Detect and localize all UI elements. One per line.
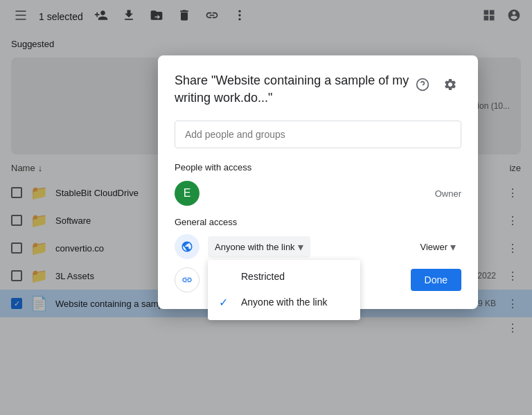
modal-header: Share "Website containing a sample of my… bbox=[175, 72, 461, 107]
access-dropdown[interactable]: Anyone with the link ▾ bbox=[208, 236, 310, 258]
check-icon: ✓ bbox=[219, 296, 233, 309]
viewer-dropdown[interactable]: Viewer ▾ bbox=[420, 240, 461, 254]
help-button[interactable] bbox=[411, 73, 434, 96]
dropdown-item-restricted-label: Restricted bbox=[241, 271, 285, 282]
modal-header-icons bbox=[411, 72, 461, 96]
modal-title: Share "Website containing a sample of my… bbox=[175, 72, 410, 107]
share-input-wrap[interactable] bbox=[175, 121, 461, 148]
settings-button[interactable] bbox=[439, 73, 461, 96]
avatar: E bbox=[175, 181, 200, 206]
dropdown-item-anyone[interactable]: ✓ Anyone with the link bbox=[208, 289, 360, 316]
dropdown-item-restricted[interactable]: Restricted bbox=[208, 264, 360, 289]
general-section-label: General access bbox=[175, 217, 461, 227]
globe-icon bbox=[175, 234, 200, 259]
access-dropdown-label: Anyone with the link bbox=[215, 242, 295, 252]
viewer-label: Viewer bbox=[420, 242, 447, 252]
person-row: E Owner bbox=[175, 181, 461, 206]
person-role: Owner bbox=[435, 188, 461, 199]
copy-link-button[interactable] bbox=[175, 267, 200, 292]
done-button[interactable]: Done bbox=[411, 269, 461, 291]
dropdown-menu: Restricted ✓ Anyone with the link bbox=[208, 260, 360, 320]
access-dropdown-container: Anyone with the link ▾ Restricted ✓ Anyo… bbox=[208, 236, 310, 258]
share-modal: Share "Website containing a sample of my… bbox=[158, 55, 478, 309]
chevron-down-icon: ▾ bbox=[298, 240, 303, 254]
viewer-chevron-icon: ▾ bbox=[450, 240, 456, 254]
general-access-row: Anyone with the link ▾ Restricted ✓ Anyo… bbox=[175, 234, 461, 259]
share-input[interactable] bbox=[185, 129, 451, 140]
dropdown-item-anyone-label: Anyone with the link bbox=[241, 297, 328, 308]
people-section-label: People with access bbox=[175, 162, 461, 173]
